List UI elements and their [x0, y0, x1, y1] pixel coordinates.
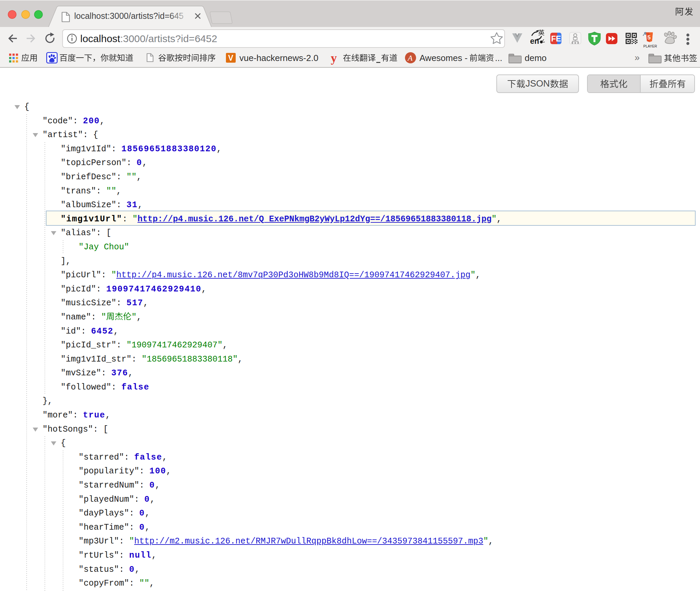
svg-text:A: A	[407, 54, 413, 62]
svg-text:FE: FE	[551, 34, 561, 43]
svg-text:localhost:3000/artists?id=645: localhost:3000/artists?id=645	[74, 11, 184, 21]
svg-text:y: y	[331, 51, 337, 65]
svg-text:5: 5	[647, 34, 650, 41]
svg-text:demo: demo	[525, 53, 547, 63]
svg-text:vue-hackernews-2.0: vue-hackernews-2.0	[239, 53, 318, 63]
svg-text:...: ...	[495, 53, 502, 63]
svg-text:PLAYER: PLAYER	[643, 44, 657, 48]
svg-text:Awesomes -: Awesomes -	[419, 53, 468, 63]
svg-text:localhost:3000/artists?id=6452: localhost:3000/artists?id=6452	[80, 33, 217, 44]
svg-text:»: »	[635, 53, 640, 63]
svg-text:V: V	[228, 54, 234, 62]
svg-text:en: en	[530, 37, 539, 45]
